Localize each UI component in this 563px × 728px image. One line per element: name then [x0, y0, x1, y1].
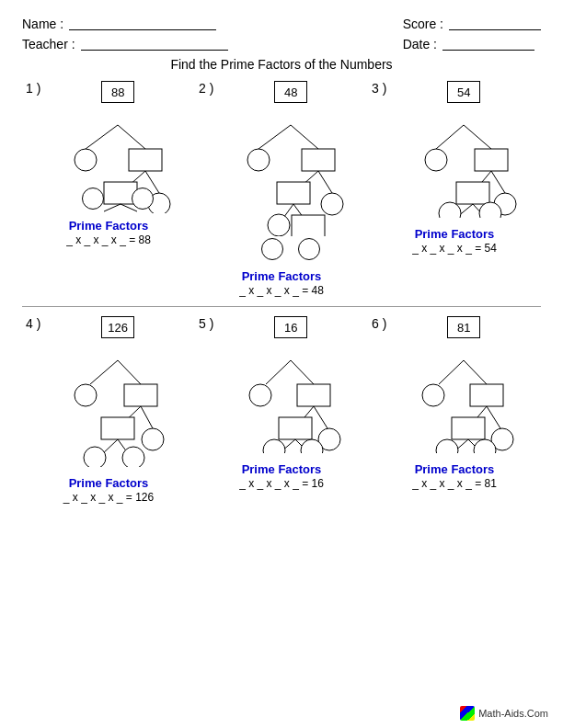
- p2-leaf1[interactable]: [261, 238, 283, 260]
- score-line: Score :: [403, 17, 541, 31]
- svg-line-22: [436, 125, 464, 149]
- svg-point-32: [439, 202, 461, 218]
- problem-5-footer: Prime Factors _ x _ x _ x _ = 16: [239, 459, 324, 490]
- svg-point-36: [75, 384, 97, 406]
- problem-3-footer: Prime Factors _ x _ x _ x _ = 54: [412, 223, 497, 255]
- svg-point-20: [268, 214, 290, 236]
- svg-rect-37: [124, 384, 157, 406]
- problem-1-num: 1 ): [26, 81, 40, 96]
- svg-rect-3: [129, 149, 162, 171]
- score-label: Score :: [403, 17, 443, 31]
- svg-line-47: [291, 360, 314, 384]
- svg-point-24: [425, 149, 447, 171]
- problem-3-root[interactable]: 54: [447, 81, 480, 103]
- svg-line-35: [118, 360, 141, 384]
- svg-point-2: [75, 149, 97, 171]
- problem-1: 1 ) 88: [22, 79, 195, 299]
- p4-equation: _ x _ x _ x _ = 126: [63, 491, 154, 504]
- problem-1-footer: Prime Factors _ x _ x _ x _ = 88: [66, 215, 151, 246]
- svg-rect-28: [456, 182, 489, 204]
- date-underline[interactable]: [442, 38, 534, 51]
- teacher-label: Teacher :: [22, 37, 75, 51]
- header: Name : Teacher : Score : Date :: [22, 17, 541, 51]
- score-underline[interactable]: [449, 17, 541, 30]
- svg-line-58: [439, 360, 464, 384]
- svg-line-23: [464, 125, 491, 149]
- teacher-line: Teacher :: [22, 37, 228, 51]
- svg-line-39: [141, 406, 153, 428]
- svg-point-60: [422, 384, 444, 406]
- svg-point-48: [249, 384, 271, 406]
- problem-6: 6 ) 81: [368, 314, 541, 506]
- svg-point-44: [84, 447, 106, 467]
- svg-rect-52: [279, 417, 312, 439]
- p2-prime-label: Prime Factors: [242, 269, 322, 283]
- svg-point-68: [436, 439, 458, 453]
- watermark: Math-Aids.Com: [460, 706, 548, 721]
- p2-leaf2[interactable]: [298, 238, 320, 260]
- problem-2-footer: Prime Factors _ x _ x _ x _ = 48: [239, 266, 324, 297]
- problem-4-footer: Prime Factors _ x _ x _ x _ = 126: [63, 472, 154, 504]
- header-left: Name : Teacher :: [22, 17, 228, 51]
- problem-4-root[interactable]: 126: [101, 316, 134, 338]
- problem-5-tree: [231, 338, 350, 453]
- date-line: Date :: [403, 37, 541, 51]
- p2-equation: _ x _ x _ x _ = 48: [239, 284, 324, 297]
- problem-3-tree: [404, 103, 523, 218]
- name-underline[interactable]: [69, 17, 216, 30]
- problem-6-tree: [404, 338, 523, 453]
- problem-2: 2 ) 48: [195, 79, 368, 299]
- svg-line-1: [118, 125, 145, 149]
- p4-prime-label: Prime Factors: [69, 476, 149, 490]
- svg-line-27: [491, 171, 505, 193]
- problem-5-num: 5 ): [199, 316, 213, 331]
- svg-rect-64: [452, 417, 485, 439]
- svg-rect-16: [277, 182, 310, 204]
- p5-prime-label: Prime Factors: [242, 462, 322, 476]
- p6-equation: _ x _ x _ x _ = 81: [412, 477, 497, 490]
- svg-line-15: [318, 171, 332, 193]
- p3-equation: _ x _ x _ x _ = 54: [412, 242, 497, 255]
- p5-equation: _ x _ x _ x _ = 16: [239, 477, 324, 490]
- p1-prime-label: Prime Factors: [69, 219, 149, 233]
- problem-5: 5 ) 16: [195, 314, 368, 506]
- problem-6-num: 6 ): [372, 316, 386, 331]
- svg-point-56: [263, 439, 285, 453]
- problem-4-num: 4 ): [26, 316, 40, 331]
- row-divider: [22, 306, 541, 307]
- svg-rect-13: [302, 149, 335, 171]
- teacher-underline[interactable]: [81, 38, 228, 51]
- svg-rect-49: [297, 384, 330, 406]
- svg-line-10: [259, 125, 291, 149]
- problem-3-num: 3 ): [372, 81, 386, 96]
- svg-line-11: [291, 125, 318, 149]
- p6-prime-label: Prime Factors: [415, 462, 495, 476]
- svg-point-12: [247, 149, 270, 171]
- svg-rect-25: [475, 149, 508, 171]
- svg-point-45: [122, 447, 144, 467]
- date-label: Date :: [403, 37, 437, 51]
- problem-2-num: 2 ): [199, 81, 213, 96]
- p1-equation: _ x _ x _ x _ = 88: [66, 233, 151, 246]
- svg-rect-61: [470, 384, 503, 406]
- problem-4-tree: [58, 338, 178, 467]
- problem-1-root[interactable]: 88: [101, 81, 134, 103]
- problem-2-tree: [231, 103, 350, 236]
- p3-prime-label: Prime Factors: [415, 227, 495, 241]
- problem-6-root[interactable]: 81: [447, 316, 480, 338]
- svg-rect-40: [101, 417, 134, 439]
- svg-line-46: [266, 360, 291, 384]
- p1-leaf1[interactable]: [82, 188, 104, 210]
- name-line: Name :: [22, 17, 228, 31]
- problem-2-root[interactable]: 48: [274, 81, 307, 103]
- name-label: Name :: [22, 17, 63, 31]
- svg-point-41: [142, 428, 164, 450]
- watermark-logo: [460, 706, 475, 721]
- p1-leaf2[interactable]: [132, 188, 154, 210]
- watermark-text: Math-Aids.Com: [478, 708, 548, 719]
- problem-4: 4 ) 126: [22, 314, 195, 506]
- svg-point-17: [321, 193, 343, 215]
- problem-5-root[interactable]: 16: [274, 316, 307, 338]
- problem-6-footer: Prime Factors _ x _ x _ x _ = 81: [412, 459, 497, 490]
- svg-line-51: [314, 406, 327, 428]
